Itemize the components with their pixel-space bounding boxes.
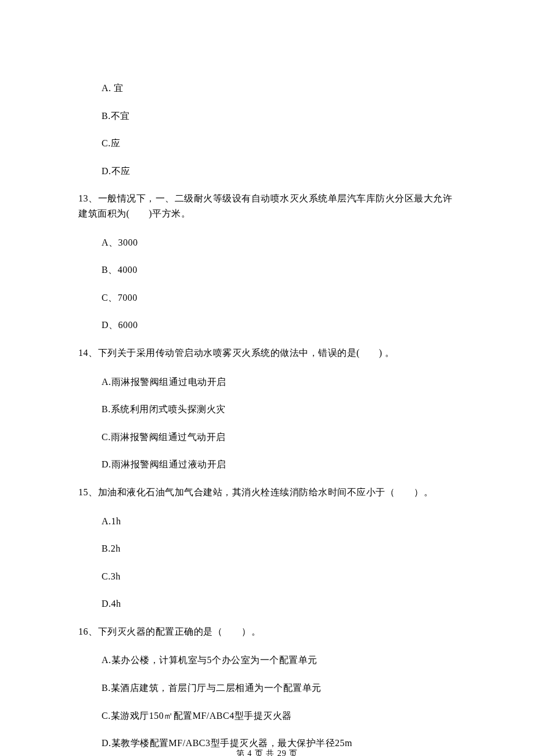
option-d: D.4h	[102, 596, 456, 611]
option-c: C.3h	[102, 569, 456, 584]
q12-options: A. 宜 B.不宜 C.应 D.不应	[78, 81, 456, 178]
option-b: B、4000	[102, 262, 456, 278]
q13-stem: 13、一般情况下，一、二级耐火等级设有自动喷水灭火系统单层汽车库防火分区最大允许…	[78, 191, 456, 221]
option-d: D.不应	[102, 164, 456, 179]
option-c: C、7000	[102, 290, 456, 305]
q14-options: A.雨淋报警阀组通过电动开启 B.系统利用闭式喷头探测火灾 C.雨淋报警阀组通过…	[78, 375, 456, 472]
q13-options: A、3000 B、4000 C、7000 D、6000	[78, 235, 456, 333]
option-a: A.某办公楼，计算机室与5个办公室为一个配置单元	[102, 653, 456, 668]
option-c: C.应	[102, 136, 456, 151]
option-d: D、6000	[102, 318, 456, 333]
option-a: A.雨淋报警阀组通过电动开启	[102, 375, 456, 390]
page-footer: 第 4 页 共 29 页	[0, 747, 534, 756]
q16-stem: 16、下列灭火器的配置正确的是（ ）。	[78, 624, 456, 639]
option-b: B.某酒店建筑，首层门厅与二层相通为一个配置单元	[102, 681, 456, 696]
option-a: A、3000	[102, 235, 456, 250]
q16-options: A.某办公楼，计算机室与5个办公室为一个配置单元 B.某酒店建筑，首层门厅与二层…	[78, 653, 456, 750]
option-a: A. 宜	[102, 81, 456, 96]
option-b: B.2h	[102, 541, 456, 556]
document-page: A. 宜 B.不宜 C.应 D.不应 13、一般情况下，一、二级耐火等级设有自动…	[0, 0, 534, 756]
option-b: B.系统利用闭式喷头探测火灾	[102, 402, 456, 417]
q15-options: A.1h B.2h C.3h D.4h	[78, 514, 456, 611]
option-d: D.雨淋报警阀组通过液动开启	[102, 457, 456, 472]
option-b: B.不宜	[102, 109, 456, 124]
q15-stem: 15、加油和液化石油气加气合建站，其消火栓连续消防给水时间不应小于（ ）。	[78, 485, 456, 500]
q14-stem: 14、下列关于采用传动管启动水喷雾灭火系统的做法中，错误的是( ) 。	[78, 345, 456, 361]
option-a: A.1h	[102, 514, 456, 529]
option-c: C.某游戏厅150㎡配置MF/ABC4型手提灭火器	[102, 708, 456, 723]
option-c: C.雨淋报警阀组通过气动开启	[102, 430, 456, 445]
